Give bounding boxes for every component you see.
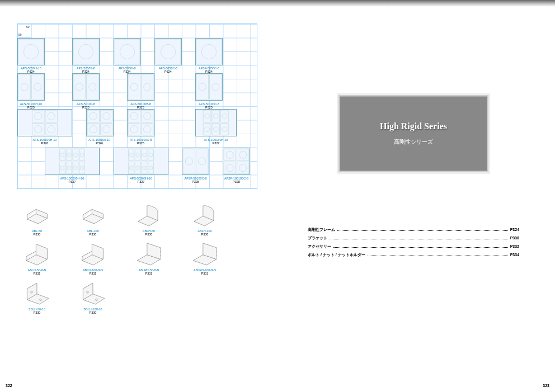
bracket-icon	[20, 240, 54, 267]
svg-rect-25	[209, 74, 222, 100]
profile-label: AFS-5050I-8P324	[118, 67, 135, 73]
profile-AFS-50100B-8	[127, 73, 154, 101]
bracket-icon	[76, 280, 110, 306]
profile-AFSF-100100C-8	[223, 148, 250, 175]
svg-rect-3	[73, 39, 98, 64]
svg-point-0	[23, 44, 38, 59]
profile-AFS-5050S-8	[72, 38, 100, 65]
svg-point-4	[120, 44, 134, 59]
bracket-ABLRD-50-8-N: ABLRD-50-8-NP331	[129, 240, 169, 275]
toc-row: ブラケットP330	[308, 235, 519, 241]
svg-point-84	[149, 153, 153, 157]
toc-label: ブラケット	[308, 235, 327, 241]
svg-rect-93	[148, 162, 154, 174]
bracket-SBLH-50-10: SBLH-50-10P330	[17, 280, 57, 314]
bracket-page: P330	[73, 233, 113, 236]
svg-point-107	[40, 299, 41, 300]
profile-page: P324	[159, 70, 178, 73]
profile-page: P326	[33, 141, 57, 145]
svg-point-40	[102, 126, 110, 133]
toc-row: アクセサリーP332	[308, 244, 519, 249]
svg-point-66	[74, 153, 78, 157]
svg-point-109	[96, 299, 97, 300]
profile-label: AFS-100100C-8P326	[130, 138, 152, 145]
profile-label: AFSF-50100C-8P328	[184, 177, 206, 183]
bracket-SBLH-100-10: SBLH-100-10P330	[73, 280, 113, 314]
svg-point-24	[212, 83, 219, 91]
toc-label: アクセサリー	[308, 244, 331, 249]
svg-rect-29	[45, 110, 58, 122]
svg-point-8	[201, 44, 216, 59]
profile-label: AFS-5050S-8P324	[77, 67, 95, 73]
svg-rect-35	[87, 110, 99, 122]
bracket-ABLD-100-8-N: ABLD-100-8-NP331	[73, 240, 113, 275]
svg-rect-53	[212, 110, 220, 122]
toc-label: ボルト / ナット / ナットホルダー	[308, 252, 365, 258]
profile-grid: 50 50 AFS-5050H-10P324AFS-5050S-8P324AFS…	[17, 23, 257, 189]
svg-rect-81	[135, 149, 140, 161]
profile-page: P326	[88, 141, 110, 145]
svg-point-70	[60, 166, 64, 170]
svg-rect-59	[212, 123, 220, 135]
svg-point-80	[136, 153, 140, 157]
bracket-page: P331	[185, 272, 225, 275]
profile-label: AFS-50100B-8P325	[130, 102, 150, 109]
profile-page: P327	[204, 141, 228, 145]
svg-rect-51	[203, 110, 211, 122]
profile-label: AFS-5050C-8P324	[159, 67, 178, 73]
profile-AFS-50100C-8	[195, 73, 223, 101]
svg-point-22	[199, 83, 206, 91]
svg-point-44	[144, 112, 151, 120]
svg-rect-27	[32, 110, 44, 122]
bracket-icon	[188, 201, 222, 228]
svg-point-74	[74, 166, 78, 170]
svg-rect-39	[87, 123, 99, 135]
bracket-ABL-50: ABL-50P330	[17, 201, 57, 236]
svg-rect-69	[79, 149, 85, 161]
svg-rect-5	[115, 39, 140, 64]
page-number-left: 322	[6, 384, 12, 388]
profile-page: P327	[60, 180, 84, 183]
profile-AFS-5050I-8	[114, 38, 141, 65]
table-of-contents: 高剛性フレームP324ブラケットP330アクセサリーP332ボルト / ナット …	[308, 227, 519, 258]
svg-rect-43	[128, 110, 140, 122]
svg-rect-67	[73, 149, 78, 161]
svg-point-54	[222, 114, 227, 119]
svg-rect-77	[79, 162, 85, 174]
svg-rect-13	[31, 74, 44, 100]
profile-label: AFS-100100-10P326	[88, 138, 110, 145]
bracket-icon	[20, 201, 54, 228]
svg-rect-17	[86, 74, 98, 100]
svg-point-90	[143, 166, 147, 170]
profile-page: P328	[224, 180, 248, 183]
svg-rect-103	[224, 162, 236, 174]
svg-rect-65	[66, 149, 72, 161]
svg-rect-11	[18, 74, 31, 100]
toc-label: 高剛性フレーム	[308, 227, 335, 233]
svg-point-76	[80, 166, 84, 170]
toc-page: P332	[510, 244, 519, 248]
svg-rect-1	[18, 39, 44, 64]
svg-rect-101	[237, 149, 249, 161]
toc-row: ボルト / ナット / ナットホルダーP334	[308, 252, 519, 258]
bracket-page: P330	[185, 233, 225, 236]
profile-AFSF-50100C-8	[182, 148, 209, 175]
svg-rect-95	[183, 149, 195, 174]
svg-point-36	[102, 112, 110, 120]
svg-point-108	[87, 291, 88, 293]
profile-label: AFS-100200H-10P327	[60, 177, 84, 183]
svg-rect-31	[32, 123, 44, 135]
profile-AFS-50100H-10	[17, 73, 45, 101]
bracket-ABLRD-100-8-N: ABLRD-100-8-NP331	[185, 240, 225, 275]
svg-point-82	[143, 153, 147, 157]
svg-point-60	[222, 127, 227, 132]
svg-point-12	[34, 83, 41, 91]
svg-rect-23	[196, 74, 209, 100]
profile-label: AFS-100150H-10P327	[204, 138, 228, 145]
svg-point-46	[130, 126, 138, 133]
svg-point-16	[89, 83, 96, 91]
title-en: High Rigid Series	[380, 121, 447, 131]
svg-rect-45	[141, 110, 153, 122]
profile-label: AFSF-5050C-8P324	[199, 67, 219, 73]
svg-rect-41	[100, 123, 112, 135]
